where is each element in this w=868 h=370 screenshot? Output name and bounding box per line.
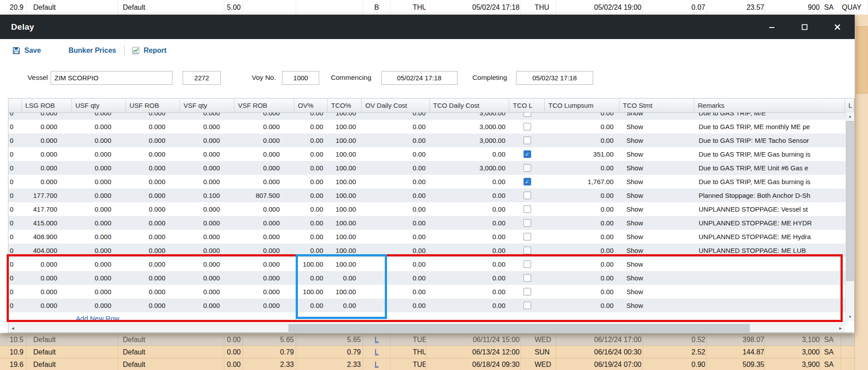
cell-vsf-rob[interactable]: 0.000 bbox=[235, 244, 294, 257]
tco-l-checkbox[interactable] bbox=[524, 274, 531, 282]
cell-usf-rob[interactable]: 0.000 bbox=[126, 161, 180, 175]
grid-horizontal-scrollbar-thumb[interactable] bbox=[289, 324, 750, 332]
scroll-left-button[interactable]: ◄ bbox=[8, 324, 17, 332]
cell-tco-stmt[interactable]: Show bbox=[619, 202, 694, 216]
cell-ov-pct[interactable]: 0.00 bbox=[294, 113, 328, 120]
voy-no-input[interactable] bbox=[282, 71, 319, 85]
cell-usf-rob[interactable]: 0.000 bbox=[126, 216, 180, 230]
report-button[interactable]: Report bbox=[132, 47, 167, 55]
cell-ov-pct[interactable]: 0.00 bbox=[294, 189, 328, 202]
tco-l-checkbox[interactable] bbox=[524, 260, 531, 268]
cell-vsf-qty[interactable]: 0.000 bbox=[180, 161, 235, 175]
cell-tco-daily-cost[interactable]: 0.00 bbox=[430, 216, 509, 230]
minimize-button[interactable] bbox=[767, 22, 777, 32]
tco-l-checkbox[interactable] bbox=[524, 113, 531, 117]
vessel-name-input[interactable] bbox=[51, 71, 172, 85]
cell-ov-pct[interactable]: 0.00 bbox=[294, 120, 328, 134]
cell-vsf-qty[interactable]: 0.000 bbox=[180, 257, 235, 271]
tco-l-checkbox[interactable] bbox=[524, 192, 531, 199]
cell-usf-qty[interactable]: 0.000 bbox=[72, 134, 126, 147]
cell-lsg-rob[interactable]: 0.000 bbox=[22, 147, 72, 161]
column-header-remarks[interactable]: Remarks bbox=[694, 98, 845, 112]
cell-tco-pct[interactable]: 100.00 bbox=[328, 161, 362, 175]
cell-tco-stmt[interactable]: Show bbox=[619, 299, 694, 312]
cell-tco-pct[interactable]: 100.00 bbox=[328, 120, 362, 134]
cell-tco-stmt[interactable]: Show bbox=[619, 161, 694, 175]
cell-tco-stmt[interactable]: Show bbox=[619, 257, 694, 271]
grid-vertical-scrollbar-thumb[interactable] bbox=[846, 121, 854, 281]
cell-usf-rob[interactable]: 0.000 bbox=[126, 189, 180, 202]
cell-lsg-rob[interactable]: 0.000 bbox=[22, 257, 72, 271]
cell-remarks[interactable] bbox=[694, 257, 845, 271]
cell-tco-daily-cost[interactable]: 3,000.00 bbox=[430, 161, 509, 175]
cell-usf-rob[interactable]: 0.000 bbox=[126, 175, 180, 189]
cell-tco-pct[interactable]: 100.00 bbox=[328, 230, 362, 244]
cell-usf-qty[interactable]: 0.000 bbox=[72, 299, 126, 312]
cell-usf-qty[interactable]: 0.000 bbox=[72, 230, 126, 244]
cell-tco-daily-cost[interactable]: 0.00 bbox=[430, 175, 509, 189]
column-header-tail[interactable]: L bbox=[845, 98, 854, 112]
cell-vsf-qty[interactable]: 0.000 bbox=[180, 271, 235, 285]
completing-input[interactable] bbox=[516, 71, 593, 85]
cell-vsf-qty[interactable]: 0.000 bbox=[180, 230, 235, 244]
column-header-vsf-rob[interactable]: VSF ROB bbox=[235, 98, 294, 112]
cell-ov-daily-cost[interactable]: 0.00 bbox=[362, 147, 430, 161]
cell-ov-pct[interactable]: 100.00 bbox=[294, 257, 328, 271]
cell-tco-stmt[interactable]: Show bbox=[619, 113, 694, 120]
cell-tco-daily-cost[interactable]: 0.00 bbox=[430, 230, 509, 244]
commencing-input[interactable] bbox=[381, 71, 457, 85]
cell-usf-qty[interactable]: 0.000 bbox=[72, 244, 126, 257]
cell-usf-qty[interactable]: 0.000 bbox=[72, 175, 126, 189]
cell-usf-rob[interactable]: 0.000 bbox=[126, 271, 180, 285]
cell-tco-pct[interactable]: 100.00 bbox=[328, 285, 362, 299]
cell-vsf-qty[interactable]: 0.000 bbox=[180, 299, 235, 312]
cell-ov-pct[interactable]: 0.00 bbox=[294, 147, 328, 161]
cell-ov-daily-cost[interactable]: 0.00 bbox=[362, 134, 430, 147]
cell-vsf-qty[interactable]: 0.000 bbox=[180, 113, 235, 120]
cell-tco-stmt[interactable]: Show bbox=[619, 134, 694, 147]
cell-usf-rob[interactable]: 0.000 bbox=[126, 299, 180, 312]
cell-tco-stmt[interactable]: Show bbox=[619, 189, 694, 202]
cell-ov-daily-cost[interactable]: 0.00 bbox=[362, 161, 430, 175]
column-header-ov-daily-cost[interactable]: OV Daily Cost bbox=[362, 98, 430, 112]
cell-usf-qty[interactable]: 0.000 bbox=[72, 271, 126, 285]
cell-usf-qty[interactable]: 0.000 bbox=[72, 161, 126, 175]
cell-usf-qty[interactable]: 0.000 bbox=[72, 147, 126, 161]
column-header-usf-qty[interactable]: USF qty bbox=[72, 98, 126, 112]
cell-usf-rob[interactable]: 0.000 bbox=[126, 202, 180, 216]
cell-remarks[interactable]: UNPLANNED STOPPAGE: ME Hydra bbox=[694, 230, 845, 244]
cell-vsf-rob[interactable]: 0.000 bbox=[235, 147, 294, 161]
cell-tco-pct[interactable]: 100.00 bbox=[328, 244, 362, 257]
cell-usf-rob[interactable]: 0.000 bbox=[126, 147, 180, 161]
close-button[interactable] bbox=[833, 22, 842, 32]
column-header-usf-rob[interactable]: USF ROB bbox=[126, 98, 180, 112]
cell-vsf-rob[interactable]: 0.000 bbox=[235, 175, 294, 189]
grid-vertical-scrollbar[interactable]: ▲ ▼ bbox=[845, 112, 854, 321]
cell-tco-lumpsum[interactable]: 0.00 bbox=[545, 161, 619, 175]
scroll-down-button[interactable]: ▼ bbox=[846, 313, 854, 321]
cell-usf-rob[interactable]: 0.000 bbox=[126, 285, 180, 299]
tco-l-checkbox[interactable] bbox=[524, 247, 531, 254]
cell-tco-lumpsum[interactable]: 0.00 bbox=[545, 230, 619, 244]
cell-ov-daily-cost[interactable]: 0.00 bbox=[362, 120, 430, 134]
cell-usf-qty[interactable]: 0.000 bbox=[72, 285, 126, 299]
cell-tco-lumpsum[interactable]: 0.00 bbox=[545, 285, 619, 299]
column-header-ov-pct[interactable]: OV% bbox=[294, 98, 328, 112]
cell-lsg-rob[interactable]: 177.700 bbox=[22, 189, 72, 202]
delay-type-link[interactable]: L bbox=[363, 334, 391, 346]
cell-tco-lumpsum[interactable]: 0.00 bbox=[545, 189, 619, 202]
column-header-tco-pct[interactable]: TCO% bbox=[328, 98, 362, 112]
cell-lsg-rob[interactable]: 0.000 bbox=[22, 285, 72, 299]
tco-l-checkbox[interactable]: ✓ bbox=[524, 178, 531, 185]
cell-vsf-qty[interactable]: 0.000 bbox=[180, 244, 235, 257]
cell-usf-rob[interactable]: 0.000 bbox=[126, 134, 180, 147]
cell-tco-lumpsum[interactable]: 0.00 bbox=[545, 134, 619, 147]
cell-lsg-rob[interactable]: 0.000 bbox=[22, 271, 72, 285]
cell-ov-daily-cost[interactable]: 0.00 bbox=[362, 230, 430, 244]
cell-lsg-rob[interactable]: 415.000 bbox=[22, 216, 72, 230]
tco-l-checkbox[interactable] bbox=[524, 137, 531, 144]
cell-lsg-rob[interactable]: 0.000 bbox=[22, 134, 72, 147]
cell-vsf-rob[interactable]: 0.000 bbox=[235, 202, 294, 216]
cell-usf-rob[interactable]: 0.000 bbox=[126, 257, 180, 271]
column-header-tco-l[interactable]: TCO L bbox=[509, 98, 545, 112]
